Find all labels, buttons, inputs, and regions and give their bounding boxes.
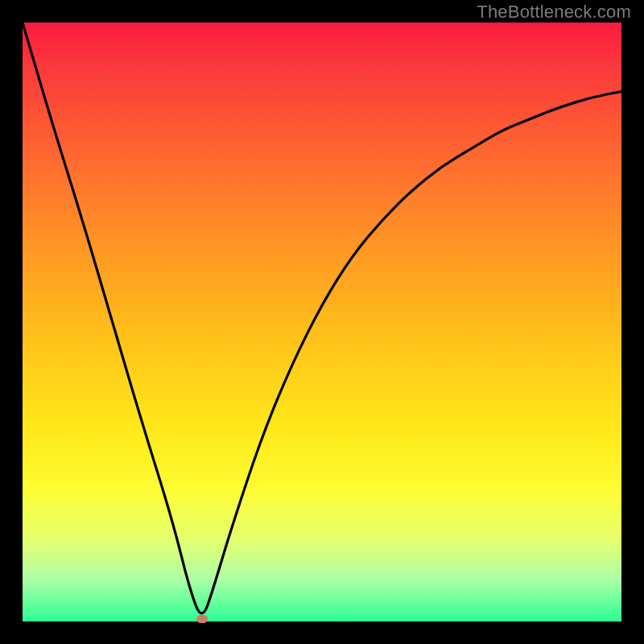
bottleneck-curve xyxy=(23,23,621,621)
watermark-text: TheBottleneck.com xyxy=(477,2,631,23)
chart-frame: TheBottleneck.com xyxy=(0,0,644,644)
minimum-marker xyxy=(196,615,208,623)
plot-area xyxy=(23,23,621,621)
